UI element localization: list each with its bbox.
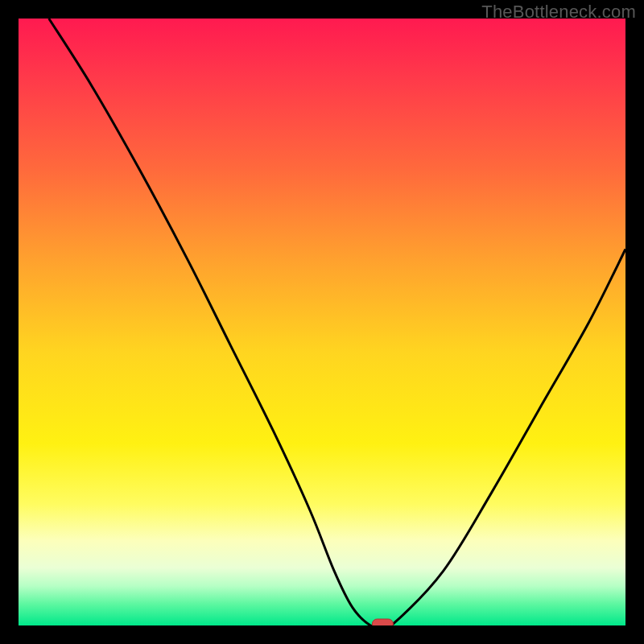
plot-area <box>19 19 625 625</box>
bottleneck-chart <box>19 19 625 625</box>
chart-stage: TheBottleneck.com <box>0 0 644 644</box>
gradient-background <box>19 19 625 625</box>
optimal-marker <box>372 619 393 625</box>
watermark-text: TheBottleneck.com <box>481 2 636 23</box>
